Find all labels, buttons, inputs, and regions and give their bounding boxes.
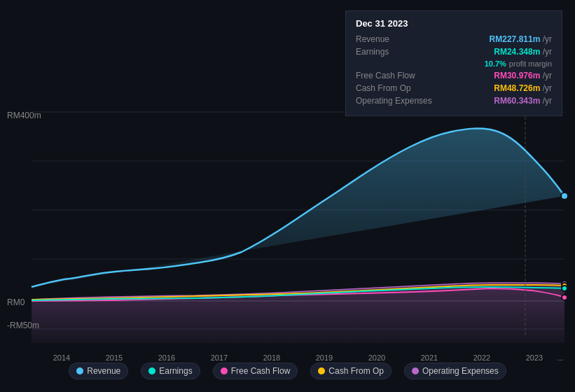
legend-cashfromop[interactable]: Cash From Op xyxy=(310,363,392,379)
legend-opex[interactable]: Operating Expenses xyxy=(404,363,506,379)
tooltip-label-opex: Operating Expenses xyxy=(356,96,432,106)
tooltip-value-earnings: RM24.348m /yr xyxy=(494,47,552,57)
svg-text:2022: 2022 xyxy=(473,354,490,362)
chart-container: Dec 31 2023 Revenue RM227.811m /yr Earni… xyxy=(0,0,575,392)
svg-text:2018: 2018 xyxy=(263,354,280,362)
svg-text:...: ... xyxy=(557,354,563,362)
svg-text:2016: 2016 xyxy=(158,354,175,362)
tooltip-box: Dec 31 2023 Revenue RM227.811m /yr Earni… xyxy=(345,10,562,116)
legend-dot-earnings xyxy=(148,368,155,374)
tooltip-value-revenue: RM227.811m /yr xyxy=(490,34,552,44)
tooltip-row-opex: Operating Expenses RM60.343m /yr xyxy=(356,96,552,106)
legend-label-revenue: Revenue xyxy=(87,366,120,376)
tooltip-row-earnings: Earnings RM24.348m /yr xyxy=(356,47,552,57)
legend-label-cashfromop: Cash From Op xyxy=(328,366,384,376)
legend-dot-fcf xyxy=(221,368,228,374)
svg-text:2023: 2023 xyxy=(526,354,543,362)
tooltip-row-cashfromop: Cash From Op RM48.726m /yr xyxy=(356,83,552,93)
svg-point-7 xyxy=(561,192,568,200)
chart-legend: Revenue Earnings Free Cash Flow Cash Fro… xyxy=(0,363,575,379)
tooltip-label-earnings: Earnings xyxy=(356,47,389,57)
svg-text:2019: 2019 xyxy=(316,354,333,362)
legend-label-earnings: Earnings xyxy=(159,366,192,376)
tooltip-row-fcf: Free Cash Flow RM30.976m /yr xyxy=(356,71,552,80)
svg-text:2017: 2017 xyxy=(211,354,228,362)
legend-label-fcf: Free Cash Flow xyxy=(231,366,291,376)
tooltip-value-cashfromop: RM48.726m /yr xyxy=(494,83,552,93)
tooltip-value-fcf: RM30.976m /yr xyxy=(494,71,552,80)
legend-revenue[interactable]: Revenue xyxy=(69,363,128,379)
tooltip-margin-label: profit margin xyxy=(509,59,552,68)
svg-point-11 xyxy=(562,286,567,291)
svg-point-10 xyxy=(562,295,567,300)
legend-label-opex: Operating Expenses xyxy=(422,366,499,376)
legend-earnings[interactable]: Earnings xyxy=(141,363,200,379)
legend-dot-cashfromop xyxy=(318,368,325,374)
svg-text:2020: 2020 xyxy=(368,354,385,362)
legend-fcf[interactable]: Free Cash Flow xyxy=(213,363,298,379)
tooltip-label-cashfromop: Cash From Op xyxy=(356,83,411,93)
tooltip-date: Dec 31 2023 xyxy=(356,18,552,29)
chart-svg: 2014 2015 2016 2017 2018 2019 2020 2021 … xyxy=(0,105,575,392)
tooltip-row-revenue: Revenue RM227.811m /yr xyxy=(356,34,552,44)
legend-dot-revenue xyxy=(76,368,83,374)
svg-text:2015: 2015 xyxy=(106,354,123,362)
tooltip-margin-value: 10.7% xyxy=(485,59,506,68)
tooltip-margin: 10.7% profit margin xyxy=(356,59,552,68)
svg-text:2014: 2014 xyxy=(53,354,70,362)
svg-text:2021: 2021 xyxy=(421,354,438,362)
tooltip-label-fcf: Free Cash Flow xyxy=(356,71,415,80)
tooltip-value-opex: RM60.343m /yr xyxy=(494,96,552,106)
legend-dot-opex xyxy=(412,368,419,374)
tooltip-label-revenue: Revenue xyxy=(356,34,389,44)
